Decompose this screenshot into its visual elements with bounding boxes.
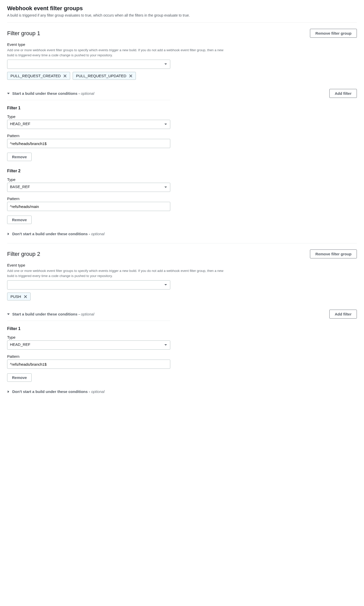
page-subtitle: A build is triggered if any filter group… <box>7 13 357 17</box>
filter-group-title: Filter group 2 <box>7 251 40 257</box>
remove-tag-icon[interactable] <box>129 74 133 78</box>
event-type-select[interactable] <box>7 60 170 69</box>
start-conditions-label: Start a build under these conditions - o… <box>12 312 94 316</box>
filter-group-title: Filter group 1 <box>7 30 40 37</box>
pattern-label: Pattern <box>7 196 357 201</box>
add-filter-button[interactable]: Add filter <box>329 310 357 319</box>
event-type-tag-label: PULL_REQUEST_UPDATED <box>76 74 126 78</box>
section-underline <box>7 321 170 321</box>
filter-block: Filter 2 Type BASE_REF Pattern Remove <box>7 169 357 224</box>
filter-block: Filter 1 Type HEAD_REF Pattern Remove <box>7 106 357 161</box>
start-conditions-toggle[interactable]: Start a build under these conditions - o… <box>7 91 94 96</box>
remove-filter-button[interactable]: Remove <box>7 216 32 224</box>
event-type-label: Event type <box>7 263 357 267</box>
type-label: Type <box>7 177 357 182</box>
filter-group: Filter group 2 Remove filter group Event… <box>7 243 357 394</box>
triangle-down-icon <box>7 92 10 95</box>
event-type-select[interactable] <box>7 280 170 289</box>
event-type-tag: PUSH <box>7 293 31 300</box>
section-underline <box>7 100 170 100</box>
filter-heading: Filter 2 <box>7 169 357 173</box>
pattern-label: Pattern <box>7 354 357 359</box>
remove-filter-group-button[interactable]: Remove filter group <box>310 249 357 258</box>
remove-filter-button[interactable]: Remove <box>7 373 32 382</box>
start-conditions-toggle[interactable]: Start a build under these conditions - o… <box>7 312 94 316</box>
event-type-help: Add one or more webhook event filter gro… <box>7 48 226 58</box>
filter-heading: Filter 1 <box>7 326 357 331</box>
event-type-label: Event type <box>7 42 357 47</box>
remove-tag-icon[interactable] <box>24 295 27 298</box>
pattern-input[interactable] <box>7 360 170 369</box>
remove-filter-button[interactable]: Remove <box>7 153 32 161</box>
start-conditions-label: Start a build under these conditions - o… <box>12 91 94 96</box>
filter-type-select[interactable]: BASE_REF <box>7 183 170 192</box>
dont-start-conditions-toggle[interactable]: Don't start a build under these conditio… <box>7 232 357 236</box>
dont-start-conditions-toggle[interactable]: Don't start a build under these conditio… <box>7 389 357 394</box>
filter-type-select[interactable]: HEAD_REF <box>7 120 170 129</box>
dont-start-label: Don't start a build under these conditio… <box>12 389 105 394</box>
triangle-right-icon <box>7 232 10 236</box>
event-type-tag-label: PUSH <box>10 294 21 299</box>
pattern-input[interactable] <box>7 139 170 148</box>
filter-type-select[interactable]: HEAD_REF <box>7 340 170 350</box>
event-type-tag: PULL_REQUEST_UPDATED <box>73 72 136 80</box>
remove-filter-group-button[interactable]: Remove filter group <box>310 29 357 38</box>
type-label: Type <box>7 114 357 119</box>
filter-block: Filter 1 Type HEAD_REF Pattern Remove <box>7 326 357 382</box>
page-title: Webhook event filter groups <box>7 5 357 12</box>
pattern-label: Pattern <box>7 134 357 138</box>
dont-start-label: Don't start a build under these conditio… <box>12 232 105 236</box>
pattern-input[interactable] <box>7 202 170 211</box>
type-label: Type <box>7 335 357 339</box>
filter-group: Filter group 1 Remove filter group Event… <box>7 23 357 236</box>
triangle-right-icon <box>7 390 10 394</box>
event-type-tag-label: PULL_REQUEST_CREATED <box>10 74 61 78</box>
event-type-help: Add one or more webhook event filter gro… <box>7 268 226 278</box>
event-type-tag: PULL_REQUEST_CREATED <box>7 72 70 80</box>
triangle-down-icon <box>7 313 10 315</box>
filter-heading: Filter 1 <box>7 106 357 110</box>
remove-tag-icon[interactable] <box>63 74 67 78</box>
add-filter-button[interactable]: Add filter <box>329 89 357 98</box>
